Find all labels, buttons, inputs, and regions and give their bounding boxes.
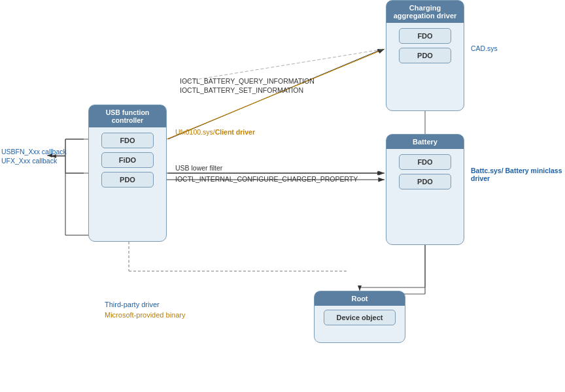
battery-fdo-node: FDO bbox=[399, 154, 451, 170]
usb-fido-node: FiDO bbox=[101, 152, 154, 168]
cad-sys-label: CAD.sys bbox=[471, 44, 498, 52]
ufx-driver-label: Ufx0100.sys/Client driver bbox=[175, 128, 255, 136]
usb-pdo-node: PDO bbox=[101, 172, 154, 188]
ufx-sys-text: Ufx0100.sys/ bbox=[175, 128, 215, 136]
usbfn-callback-label: USBFN_Xxx callback bbox=[1, 148, 67, 155]
usb-controller-box: USB function controller FDO FiDO PDO bbox=[88, 105, 167, 242]
third-party-legend: Third-party driver bbox=[105, 301, 160, 308]
battery-header: Battery bbox=[386, 135, 464, 149]
ufx-callback-label: UFX_Xxx callback bbox=[1, 157, 57, 165]
usb-lower-filter-label: USB lower filter bbox=[175, 164, 222, 172]
svg-line-0 bbox=[168, 49, 383, 139]
root-box: Root Device object bbox=[314, 291, 405, 343]
usb-controller-header: USB function controller bbox=[89, 105, 166, 127]
battc-sys-text: Battc.sys/ Battery miniclass driver bbox=[471, 167, 562, 182]
diagram: USB function controller FDO FiDO PDO Cha… bbox=[0, 0, 565, 392]
battery-pdo-node: PDO bbox=[399, 174, 451, 189]
battc-sys-label: Battc.sys/ Battery miniclass driver bbox=[471, 167, 565, 182]
device-object-node: Device object bbox=[324, 310, 396, 325]
ms-provided-legend: Microsoft-provided binary bbox=[105, 311, 186, 319]
client-driver-text: Client driver bbox=[215, 128, 255, 136]
ioctl-internal-label: IOCTL_INTERNAL_CONFIGURE_CHARGER_PROPERT… bbox=[175, 175, 358, 183]
battery-box: Battery FDO PDO bbox=[386, 134, 464, 245]
svg-line-15 bbox=[167, 49, 385, 139]
charging-header: Charging aggregation driver bbox=[386, 1, 464, 23]
ioctl-battery-set-label: IOCTL_BATTERY_SET_INFORMATION bbox=[180, 86, 303, 94]
ioctl-battery-query-label: IOCTL_BATTERY_QUERY_INFORMATION bbox=[180, 77, 315, 85]
root-header: Root bbox=[315, 291, 405, 306]
usb-fdo-node: FDO bbox=[101, 133, 154, 148]
charging-pdo-node: PDO bbox=[399, 48, 451, 63]
charging-box: Charging aggregation driver FDO PDO bbox=[386, 0, 464, 111]
charging-fdo-node: FDO bbox=[399, 28, 451, 44]
diagram-svg bbox=[0, 0, 565, 392]
